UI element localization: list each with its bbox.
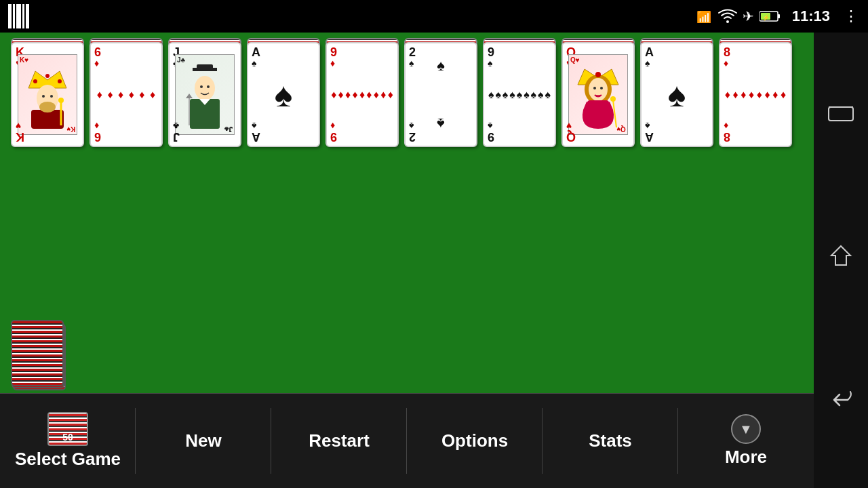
card-q-hearts[interactable]: Q ♥ Q♥ [561,42,635,147]
airplane-icon: ✈ [743,8,754,24]
svg-marker-37 [831,246,850,265]
card-9-spades[interactable]: 9 ♠ ♠ ♠ ♠ ♠ ♠ ♠ ♠ ♠ ♠ 9 ♠ [483,42,556,147]
card-column-8[interactable]: Q ♥ Q♥ [561,42,635,147]
more-button[interactable]: ▼ More [678,394,814,488]
svg-text:📶: 📶 [696,10,712,23]
wifi-signal-icon [718,9,737,24]
rotate-button[interactable] [827,104,854,129]
restart-label: Restart [309,430,370,451]
svg-point-34 [595,72,601,77]
toolbar: 50 Select Game New Restart Options Stats… [0,393,814,488]
card-column-10[interactable]: 8 ♦ ♦ ♦ ♦ ♦ ♦ ♦ ♦ ♦ 8 ♦ [719,42,792,147]
svg-point-16 [58,98,64,103]
card-column-9[interactable]: A ♠ ♠ A ♠ [640,42,713,147]
stockpile[interactable] [11,320,65,388]
svg-marker-23 [186,94,193,98]
home-button[interactable] [829,243,853,272]
svg-point-13 [42,95,45,98]
svg-text:⚡: ⚡ [762,14,770,22]
card-column-1[interactable]: K ♥ K♥ [11,42,84,147]
card-column-5[interactable]: 9 ♦ ♦ ♦ ♦ ♦ ♦ ♦ ♦ ♦ ♦ 9 ♦ [326,42,399,147]
svg-rect-3 [778,14,780,18]
svg-rect-18 [197,64,213,71]
status-bar: 📶 ✈ ⚡ 11:13 ⋮ [0,0,868,33]
wifi-icon: 📶 [696,9,713,23]
select-game-label: Select Game [15,449,121,470]
svg-point-31 [600,87,603,89]
new-game-button[interactable]: New [136,394,271,488]
status-icons: 📶 ✈ ⚡ 11:13 ⋮ [696,7,860,25]
svg-point-24 [200,85,203,88]
menu-icon [8,4,33,28]
battery-icon: ⚡ [760,10,781,22]
card-8-diamonds[interactable]: 8 ♦ ♦ ♦ ♦ ♦ ♦ ♦ ♦ ♦ 8 ♦ [719,42,792,147]
card-6-diamonds[interactable]: 6 ♦ ♦ ♦ ♦ ♦ ♦ ♦ 6 ♦ [90,42,163,147]
right-sidebar [814,33,868,488]
svg-point-19 [195,76,215,100]
card-column-3[interactable]: J ♣ J♣ [168,42,241,147]
select-game-button[interactable]: 50 Select Game [0,394,136,488]
stats-label: Stats [589,430,632,451]
more-circle-icon: ▼ [731,414,761,444]
more-label: More [725,447,767,468]
card-column-6[interactable]: 2 ♠ ♠ ♠ 2 ♠ [404,42,477,147]
svg-point-14 [50,95,53,98]
new-label: New [185,430,221,451]
svg-point-33 [610,96,616,102]
restart-button[interactable]: Restart [271,394,407,488]
card-2-spades[interactable]: 2 ♠ ♠ ♠ 2 ♠ [404,42,477,147]
card-column-2[interactable]: 6 ♦ ♦ ♦ ♦ ♦ ♦ ♦ 6 ♦ [90,42,163,147]
card-a-spades-2[interactable]: A ♠ ♠ A ♠ [640,42,713,147]
card-a-spades-1[interactable]: A ♠ ♠ A ♠ [247,42,320,147]
svg-point-30 [593,87,596,89]
svg-point-9 [39,102,56,113]
svg-point-12 [58,79,62,83]
game-area: K ♥ K♥ [0,33,814,393]
card-9-diamonds[interactable]: 9 ♦ ♦ ♦ ♦ ♦ ♦ ♦ ♦ ♦ ♦ 9 ♦ [326,42,399,147]
card-k-hearts[interactable]: K ♥ K♥ [11,42,84,147]
options-label: Options [441,430,508,451]
status-time: 11:13 [792,7,830,25]
svg-point-10 [33,79,37,83]
svg-point-25 [207,85,210,88]
stats-button[interactable]: Stats [542,394,678,488]
game-number: 50 [62,432,73,443]
overflow-menu-icon[interactable]: ⋮ [844,7,860,25]
card-column-7[interactable]: 9 ♠ ♠ ♠ ♠ ♠ ♠ ♠ ♠ ♠ ♠ 9 ♠ [483,42,556,147]
select-game-thumbnail: 50 [47,412,88,446]
card-column-4[interactable]: A ♠ ♠ A ♠ [247,42,320,147]
svg-point-28 [589,78,608,101]
cards-row: K ♥ K♥ [0,33,814,147]
svg-point-11 [45,74,50,78]
options-button[interactable]: Options [407,394,542,488]
svg-point-1 [726,20,729,23]
svg-rect-35 [829,107,853,121]
svg-rect-29 [587,100,609,111]
card-j-clubs[interactable]: J ♣ J♣ [168,42,241,147]
back-button[interactable] [829,388,853,417]
